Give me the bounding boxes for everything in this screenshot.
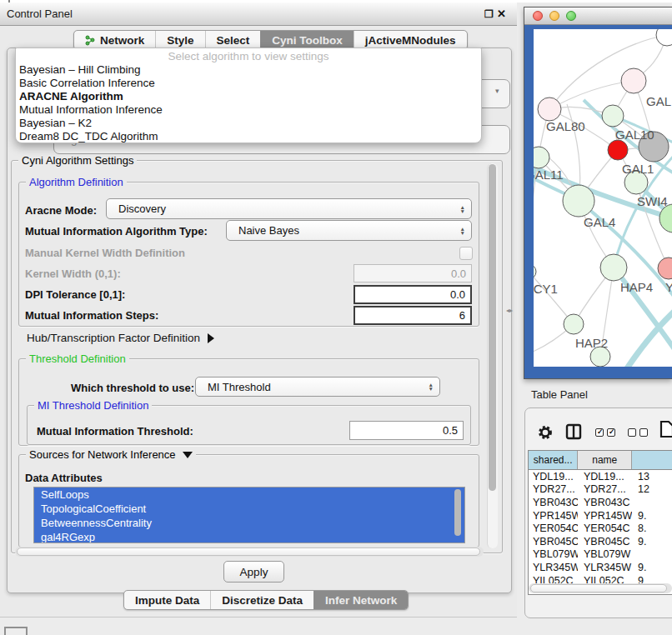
hub-definition-toggle[interactable]: Hub/Transcription Factor Definition (27, 332, 214, 344)
node-gal4[interactable] (563, 185, 594, 217)
tab-impute-data[interactable]: Impute Data (124, 591, 210, 609)
zoom-traffic-light[interactable] (566, 11, 576, 21)
table-row[interactable]: YBL079W YBL079W (529, 548, 672, 562)
settings-scrollbar-thumb[interactable] (489, 164, 496, 491)
node-label-hap2: HAP2 (575, 336, 608, 350)
table-row[interactable]: YLR345W YLR345W 9. (529, 561, 672, 574)
table-row[interactable]: YBR043C YBR043C (529, 496, 672, 509)
which-threshold-label: Which threshold to use: (71, 382, 194, 394)
close-traffic-light[interactable] (533, 11, 543, 21)
cell: YER054C (529, 522, 578, 535)
manual-kernel-width-checkbox[interactable] (459, 247, 473, 260)
data-attributes-label: Data Attributes (25, 472, 103, 484)
node-gcy1[interactable] (534, 264, 536, 279)
cell: YPR145W (529, 509, 578, 522)
algorithm-option[interactable]: Bayesian – K2 (16, 117, 481, 130)
aracne-mode-select[interactable]: Discovery ▲▼ (106, 198, 472, 219)
algorithm-dropdown-popup: Select algorithm to view settings Bayesi… (15, 48, 482, 143)
algorithm-option[interactable]: Basic Correlation Inference (16, 77, 481, 90)
node-gal1[interactable] (608, 140, 628, 160)
which-threshold-select[interactable]: MI Threshold ▲▼ (195, 377, 440, 397)
tab-network[interactable]: Network (74, 31, 155, 49)
select-all-columns-icon[interactable]: ✓ ✓ (595, 428, 615, 437)
table-row[interactable]: YDR27... YDR27... 12 (529, 483, 672, 497)
settings-hscrollbar[interactable] (15, 547, 484, 557)
column-header-name[interactable]: name (578, 451, 632, 469)
manual-kernel-width-label: Manual Kernel Width Definition (25, 247, 185, 259)
attribute-list-scrollbar-thumb[interactable] (454, 489, 461, 536)
tab-discretize-data[interactable]: Discretize Data (210, 591, 313, 609)
node-gal80[interactable] (538, 98, 561, 121)
column-header-shared-name[interactable]: shared... (529, 451, 578, 469)
mi-type-select[interactable]: Naive Bayes ▲▼ (226, 220, 472, 241)
table-hscrollbar[interactable] (529, 583, 672, 593)
mi-steps-field[interactable]: 6 (354, 306, 472, 325)
collapse-down-icon (183, 452, 193, 458)
cell: 12 (632, 483, 672, 497)
table-row[interactable]: YBR045C YBR045C 9. (529, 535, 672, 548)
mi-threshold-value: 0.5 (443, 424, 458, 437)
tab-style-label: Style (167, 34, 193, 47)
float-window-icon[interactable]: ❐ (484, 8, 494, 20)
attribute-item[interactable]: TopologicalCoefficient (34, 502, 464, 516)
aracne-mode-value: Discovery (118, 202, 166, 215)
table-hscrollbar-thumb[interactable] (530, 584, 667, 592)
tab-style[interactable]: Style (155, 31, 204, 49)
split-view-icon[interactable] (565, 423, 582, 440)
cell: YBR043C (529, 496, 578, 509)
node-attribute-table: shared... name YDL19... YDL19... 13 YDR2… (528, 450, 672, 595)
cell: YBR045C (529, 535, 578, 548)
document-icon[interactable] (659, 420, 672, 438)
node-hap2[interactable] (564, 314, 584, 334)
node-label-gal11: GAL11 (534, 168, 564, 182)
control-panel-titlebar: Control Panel (0, 2, 517, 26)
node-gal10[interactable] (602, 105, 624, 127)
tab-jactivemnodules-label: jActiveMNodules (365, 34, 456, 47)
attribute-item[interactable]: SelfLoops (34, 488, 464, 502)
table-row[interactable]: YER054C YER054C 8. (529, 522, 672, 535)
mi-threshold-field[interactable]: 0.5 (349, 421, 464, 440)
kernel-width-value: 0.0 (451, 268, 466, 280)
algorithm-option[interactable]: Mutual Information Inference (16, 103, 481, 117)
node-gal-cut[interactable] (621, 68, 646, 93)
checked-box-icon: ✓ (607, 428, 615, 437)
tab-cyni-toolbox[interactable]: Cyni Toolbox (260, 31, 354, 49)
algorithm-option-aracne[interactable]: ARACNE Algorithm (16, 90, 481, 103)
node-y-cut[interactable] (658, 258, 672, 279)
close-icon[interactable]: ✕ (497, 8, 506, 20)
unselect-all-columns-icon[interactable] (628, 428, 648, 437)
kernel-width-field[interactable]: 0.0 (354, 264, 472, 282)
cell (632, 496, 672, 509)
split-pane-handle[interactable]: ◂▸ (506, 307, 513, 314)
table-row[interactable]: YDL19... YDL19... 13 (529, 470, 672, 483)
data-attributes-list[interactable]: SelfLoops TopologicalCoefficient Between… (33, 487, 465, 543)
node-unlabeled-top[interactable] (656, 29, 672, 46)
algorithm-option[interactable]: Bayesian – Hill Climbing (16, 63, 481, 77)
apply-button-label: Apply (240, 566, 268, 578)
apply-button[interactable]: Apply (223, 561, 284, 582)
sources-group-title-wrap[interactable]: Sources for Network Inference (26, 448, 196, 461)
tab-select[interactable]: Select (205, 31, 261, 49)
algorithm-option[interactable]: Dream8 DC_TDC Algorithm (16, 130, 481, 143)
node-label-gal4: GAL4 (584, 215, 615, 229)
settings-hscrollbar-thumb[interactable] (17, 548, 480, 556)
column-header-clipped[interactable] (632, 451, 672, 469)
tab-network-label: Network (100, 34, 144, 47)
settings-scrollbar[interactable] (487, 163, 498, 548)
tab-jactivemnodules[interactable]: jActiveMNodules (354, 31, 467, 49)
dpi-tolerance-field[interactable]: 0.0 (354, 285, 472, 304)
network-icon (85, 35, 96, 46)
network-canvas[interactable]: GAL80 GAL10 GAL1 GAL11 GAL4 SWI4 GCY1 HA… (534, 29, 672, 367)
node-hap4[interactable] (600, 254, 627, 281)
node-gal11[interactable] (534, 147, 549, 168)
attribute-item[interactable]: gal4RGexp (34, 530, 464, 543)
table-row[interactable]: YPR145W YPR145W 9. (529, 509, 672, 522)
unchecked-box-icon (639, 428, 648, 437)
attribute-item[interactable]: BetweennessCentrality (34, 516, 464, 530)
tab-infer-network[interactable]: Infer Network (313, 591, 408, 609)
tab-impute-data-label: Impute Data (135, 594, 199, 607)
cell: 13 (632, 470, 672, 483)
minimize-traffic-light[interactable] (549, 11, 559, 21)
unchecked-box-icon (628, 428, 636, 437)
gear-icon[interactable] (537, 424, 554, 441)
